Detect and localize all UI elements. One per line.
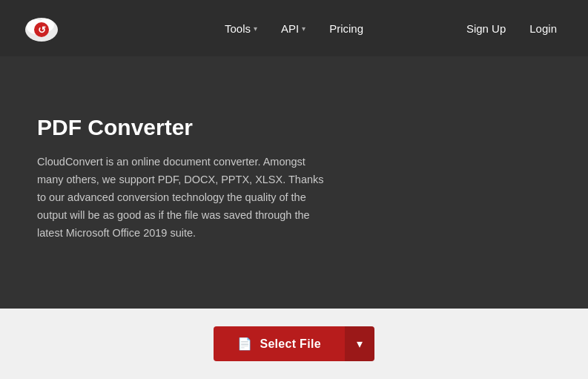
hero-section: PDF Converter CloudConvert is an online … [0, 56, 588, 309]
dropdown-chevron-icon: ▾ [357, 337, 363, 351]
nav-tools[interactable]: Tools ▾ [213, 16, 269, 41]
select-file-label: Select File [260, 337, 320, 351]
select-file-dropdown-button[interactable]: ▾ [345, 326, 374, 361]
select-file-container: 📄 Select File ▾ [214, 326, 374, 361]
signup-label: Sign Up [466, 22, 506, 35]
hero-title: PDF Converter [37, 115, 551, 140]
login-button[interactable]: Login [521, 16, 566, 41]
login-label: Login [529, 22, 557, 35]
signup-button[interactable]: Sign Up [457, 16, 515, 41]
nav-auth: Sign Up Login [457, 16, 566, 41]
nav-tools-label: Tools [225, 22, 251, 35]
logo-container[interactable]: ↺ [22, 9, 61, 47]
cta-section: 📄 Select File ▾ [0, 309, 588, 379]
nav-pricing[interactable]: Pricing [317, 16, 375, 41]
nav-api-label: API [281, 22, 299, 35]
file-icon: 📄 [237, 337, 252, 351]
logo-icon: ↺ [22, 9, 61, 47]
svg-text:↺: ↺ [38, 24, 46, 36]
nav-links: Tools ▾ API ▾ Pricing [213, 16, 375, 41]
api-chevron-icon: ▾ [302, 24, 305, 33]
tools-chevron-icon: ▾ [254, 24, 257, 33]
select-file-button[interactable]: 📄 Select File [214, 326, 345, 361]
nav-pricing-label: Pricing [329, 22, 363, 35]
navbar: ↺ Tools ▾ API ▾ Pricing Sign Up Login [0, 0, 588, 56]
nav-api[interactable]: API ▾ [269, 16, 317, 41]
hero-description: CloudConvert is an online document conve… [37, 154, 326, 243]
